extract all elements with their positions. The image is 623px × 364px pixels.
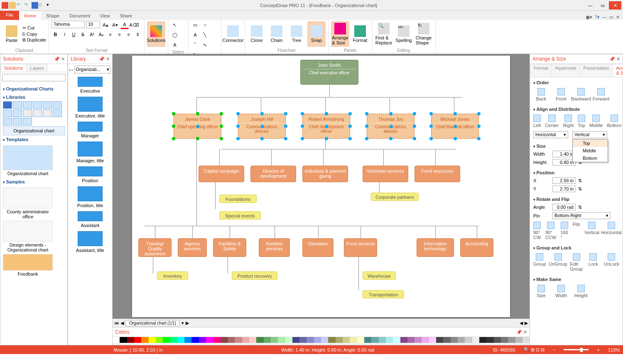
- tab-presentation[interactable]: Presentation: [580, 64, 613, 77]
- angle-input[interactable]: 0.00 rad: [552, 204, 576, 210]
- org-node[interactable]: Operation: [302, 238, 334, 257]
- selection-handle[interactable]: [454, 137, 457, 140]
- selection-handle[interactable]: [429, 125, 433, 128]
- org-node[interactable]: Warehouse: [363, 271, 396, 280]
- align-bottom-button[interactable]: Bottom: [607, 115, 621, 128]
- color-swatch[interactable]: [113, 337, 120, 343]
- x-input[interactable]: 2.59 in: [552, 177, 576, 184]
- color-swatch[interactable]: [213, 337, 220, 343]
- library-thumbs[interactable]: [3, 101, 65, 125]
- library-item[interactable]: Executive, title: [70, 97, 110, 118]
- undo-icon[interactable]: ↶: [17, 2, 23, 9]
- curve-tool-icon[interactable]: ∿: [201, 41, 209, 49]
- close-panel-icon[interactable]: ✕: [106, 56, 110, 61]
- send-backward-button[interactable]: Backward: [573, 88, 589, 101]
- color-swatch[interactable]: [393, 337, 400, 343]
- fontsize-select[interactable]: 10: [86, 21, 100, 28]
- next-lib-icon[interactable]: ›: [71, 67, 73, 72]
- tab-arrange[interactable]: Arrange & Size: [612, 64, 623, 77]
- maximize-button[interactable]: ▭: [596, 1, 609, 10]
- selection-handle[interactable]: [301, 137, 304, 140]
- rotate-180-button[interactable]: 180 °: [560, 222, 568, 240]
- selection-handle[interactable]: [325, 112, 328, 115]
- tree-button[interactable]: Tree: [287, 21, 306, 47]
- org-node[interactable]: Foundations: [219, 195, 257, 203]
- selection-handle[interactable]: [236, 125, 240, 128]
- color-swatch[interactable]: [494, 337, 501, 343]
- clear-format-icon[interactable]: A⌫: [130, 21, 138, 29]
- color-swatch[interactable]: [458, 337, 465, 343]
- flip-vert-button[interactable]: Vertical: [584, 222, 599, 240]
- color-swatch[interactable]: [501, 337, 508, 343]
- paste-button[interactable]: Paste: [2, 21, 21, 47]
- selection-handle[interactable]: [413, 137, 416, 140]
- color-swatch[interactable]: [149, 337, 156, 343]
- tab-document[interactable]: Document: [64, 12, 95, 20]
- color-swatch[interactable]: [371, 337, 378, 343]
- arc-tool-icon[interactable]: ⌒: [191, 41, 199, 49]
- text-box-icon[interactable]: A: [191, 31, 199, 39]
- color-swatch[interactable]: [221, 337, 228, 343]
- selection-handle[interactable]: [220, 137, 223, 140]
- org-node[interactable]: John SmithChief executive officer: [300, 60, 358, 85]
- line-tool-icon[interactable]: ╲: [201, 31, 209, 39]
- italic-icon[interactable]: I: [61, 30, 69, 39]
- selection-handle[interactable]: [389, 137, 392, 140]
- color-swatch[interactable]: [170, 337, 177, 343]
- rotate-cw-button[interactable]: 90° CW: [533, 222, 541, 240]
- rect-tool-icon[interactable]: ▭: [191, 21, 199, 29]
- bold-icon[interactable]: B: [52, 30, 59, 39]
- pin-icon[interactable]: 📌: [609, 56, 615, 61]
- color-swatch[interactable]: [436, 337, 443, 343]
- distribute-vert-dropdown[interactable]: Vertical▾ Top Middle Bottom: [572, 131, 607, 138]
- tab-hypernote[interactable]: Hypernote: [552, 64, 580, 77]
- pin-icon[interactable]: 📌: [516, 330, 522, 335]
- tab-format[interactable]: Format: [530, 64, 552, 77]
- selection-handle[interactable]: [365, 137, 368, 140]
- color-swatch[interactable]: [357, 337, 364, 343]
- open-icon[interactable]: [9, 2, 16, 9]
- org-node[interactable]: Information technology: [417, 238, 454, 257]
- canvas-area[interactable]: John SmithChief executive officerJames C…: [113, 54, 530, 319]
- align-left-button[interactable]: Left: [533, 115, 541, 128]
- color-swatch[interactable]: [350, 337, 357, 343]
- color-swatch[interactable]: [336, 337, 343, 343]
- color-swatches[interactable]: [113, 337, 530, 343]
- align-top-button[interactable]: Top: [578, 115, 585, 128]
- help-icon[interactable]: ?▾: [595, 15, 600, 20]
- selection-handle[interactable]: [454, 112, 457, 115]
- selection-handle[interactable]: [172, 112, 175, 115]
- color-swatch[interactable]: [307, 337, 314, 343]
- selection-handle[interactable]: [220, 112, 223, 115]
- solutions-search[interactable]: [2, 74, 66, 81]
- selection-handle[interactable]: [413, 125, 416, 128]
- color-swatch[interactable]: [134, 337, 141, 343]
- org-node[interactable]: Product recovery: [232, 271, 277, 280]
- unlock-button[interactable]: UnLock: [604, 253, 619, 271]
- selection-handle[interactable]: [260, 112, 264, 115]
- library-item[interactable]: Position, title: [70, 186, 110, 208]
- solutions-tab[interactable]: Solutions: [0, 64, 27, 72]
- order-section[interactable]: Order: [533, 79, 619, 86]
- y-input[interactable]: 2.70 in: [552, 186, 576, 192]
- tab-home[interactable]: Home: [19, 12, 41, 20]
- align-left-icon[interactable]: ≡: [106, 30, 114, 39]
- library-item[interactable]: Manager: [70, 122, 110, 138]
- selection-handle[interactable]: [284, 137, 287, 140]
- same-width-button[interactable]: Width: [553, 285, 569, 298]
- library-dropdown[interactable]: Organizati...▾: [74, 66, 110, 73]
- color-swatch[interactable]: [242, 337, 249, 343]
- close-panel-icon[interactable]: ✕: [616, 56, 620, 61]
- org-node[interactable]: Special events: [219, 211, 261, 220]
- canvas[interactable]: John SmithChief executive officerJames C…: [132, 56, 510, 317]
- sample-thumb-1[interactable]: County administrator office: [3, 188, 53, 219]
- ellipse-tool-icon[interactable]: ○: [201, 21, 209, 29]
- minimize-button[interactable]: —: [584, 1, 596, 10]
- align-right-button[interactable]: Right: [563, 115, 574, 128]
- library-item[interactable]: Assistant: [70, 211, 110, 228]
- change-shape-button[interactable]: ↻Change Shape: [415, 21, 433, 47]
- tab-shape[interactable]: Shape: [41, 12, 64, 20]
- color-swatch[interactable]: [479, 337, 486, 343]
- tab-first-icon[interactable]: ⏮: [114, 320, 119, 325]
- align-right-icon[interactable]: ≡: [125, 30, 132, 39]
